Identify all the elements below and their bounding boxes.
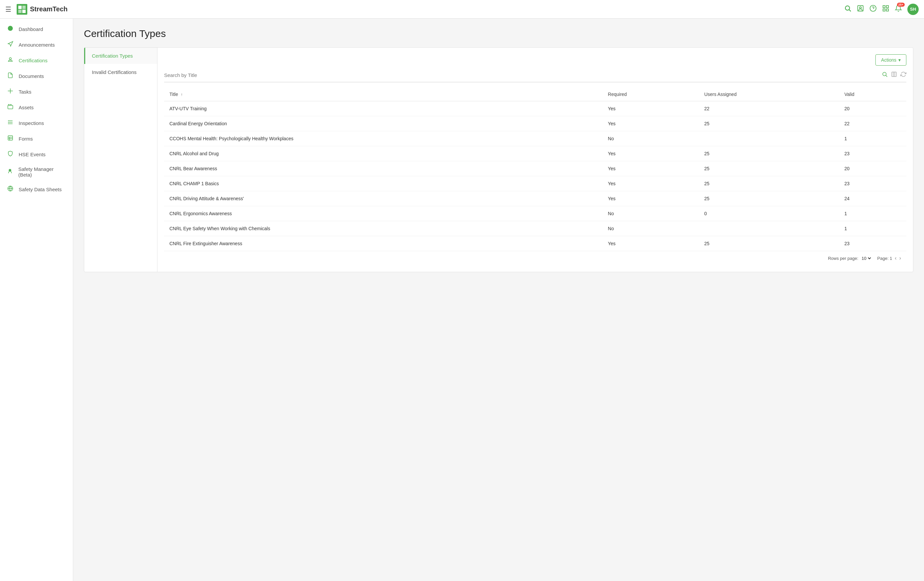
notifications-icon[interactable]: 25+ bbox=[895, 5, 902, 14]
cell-users-assigned: 25 bbox=[699, 146, 839, 161]
search-icon[interactable] bbox=[844, 5, 851, 14]
rows-per-page-label: Rows per page: bbox=[828, 256, 858, 261]
sub-nav-invalid-certifications-label: Invalid Certifications bbox=[92, 69, 137, 75]
search-refresh-icon[interactable] bbox=[900, 71, 906, 79]
cell-title: CNRL CHAMP 1 Basics bbox=[164, 176, 602, 191]
cell-valid: 23 bbox=[839, 176, 906, 191]
sidebar-label-dashboard: Dashboard bbox=[19, 26, 43, 32]
table-row[interactable]: CNRL Eye Safety When Working with Chemic… bbox=[164, 221, 906, 236]
hse-events-icon bbox=[7, 151, 14, 158]
cell-users-assigned: 25 bbox=[699, 161, 839, 176]
svg-point-30 bbox=[10, 170, 11, 170]
svg-rect-10 bbox=[883, 6, 885, 8]
cell-valid: 24 bbox=[839, 191, 906, 206]
sidebar-item-assets[interactable]: Assets bbox=[0, 99, 73, 115]
cell-valid: 1 bbox=[839, 221, 906, 236]
sidebar-item-documents[interactable]: Documents bbox=[0, 68, 73, 84]
certification-types-table: Title ↑ Required Users Assigned Valid bbox=[164, 88, 906, 251]
cell-valid: 23 bbox=[839, 146, 906, 161]
table-row[interactable]: Cardinal Energy Orientation Yes 25 22 bbox=[164, 116, 906, 131]
cell-users-assigned: 25 bbox=[699, 236, 839, 251]
inspections-icon bbox=[7, 119, 14, 127]
cell-required: Yes bbox=[602, 101, 699, 116]
table-row[interactable]: CCOHS Mental Health: Psychologically Hea… bbox=[164, 131, 906, 146]
cell-required: No bbox=[602, 206, 699, 221]
topnav-left: ☰ StreamTech bbox=[5, 4, 844, 15]
table-toolbar: Actions ▾ bbox=[164, 54, 906, 66]
forms-icon bbox=[7, 135, 14, 142]
svg-rect-11 bbox=[886, 6, 888, 8]
sidebar-item-hse-events[interactable]: HSE Events bbox=[0, 147, 73, 162]
sidebar-item-tasks[interactable]: Tasks bbox=[0, 84, 73, 99]
col-header-users-assigned[interactable]: Users Assigned bbox=[699, 88, 839, 101]
sidebar-item-certifications[interactable]: Certifications bbox=[0, 53, 73, 68]
table-row[interactable]: CNRL CHAMP 1 Basics Yes 25 23 bbox=[164, 176, 906, 191]
cell-title: CNRL Bear Awareness bbox=[164, 161, 602, 176]
table-row[interactable]: CNRL Bear Awareness Yes 25 20 bbox=[164, 161, 906, 176]
sidebar-item-dashboard[interactable]: Dashboard bbox=[0, 22, 73, 37]
table-row[interactable]: CNRL Ergonomics Awareness No 0 1 bbox=[164, 206, 906, 221]
rows-per-page-select[interactable]: 10 25 50 bbox=[860, 255, 872, 261]
profile-icon[interactable] bbox=[857, 5, 864, 14]
avatar[interactable]: SH bbox=[908, 4, 919, 15]
actions-button[interactable]: Actions ▾ bbox=[875, 54, 906, 66]
table-row[interactable]: CNRL Driving Attitude & Awareness' Yes 2… bbox=[164, 191, 906, 206]
col-header-required[interactable]: Required bbox=[602, 88, 699, 101]
search-icons bbox=[882, 71, 906, 79]
sidebar-item-inspections[interactable]: Inspections bbox=[0, 115, 73, 131]
sidebar-item-forms[interactable]: Forms bbox=[0, 131, 73, 147]
table-header: Title ↑ Required Users Assigned Valid bbox=[164, 88, 906, 101]
svg-rect-1 bbox=[22, 6, 26, 9]
cell-required: Yes bbox=[602, 176, 699, 191]
search-submit-icon[interactable] bbox=[882, 71, 888, 79]
sidebar-item-safety-data-sheets[interactable]: Safety Data Sheets bbox=[0, 182, 73, 197]
hamburger-menu-icon[interactable]: ☰ bbox=[5, 5, 11, 13]
table-row[interactable]: CNRL Alcohol and Drug Yes 25 23 bbox=[164, 146, 906, 161]
notification-badge: 25+ bbox=[897, 3, 905, 7]
sidebar-item-safety-manager[interactable]: Safety Manager (Beta) bbox=[0, 162, 73, 182]
grid-icon[interactable] bbox=[882, 5, 889, 14]
sub-nav-certification-types-label: Certification Types bbox=[92, 53, 133, 59]
svg-line-5 bbox=[849, 10, 851, 11]
svg-rect-0 bbox=[18, 6, 21, 9]
sidebar-item-announcements[interactable]: Announcements bbox=[0, 37, 73, 53]
svg-rect-13 bbox=[886, 9, 888, 11]
col-header-valid[interactable]: Valid bbox=[839, 88, 906, 101]
cell-title: CNRL Eye Safety When Working with Chemic… bbox=[164, 221, 602, 236]
sidebar-label-inspections: Inspections bbox=[19, 120, 44, 126]
table-row[interactable]: ATV-UTV Training Yes 22 20 bbox=[164, 101, 906, 116]
svg-rect-35 bbox=[892, 72, 896, 77]
table-row[interactable]: CNRL Fire Extinguisher Awareness Yes 25 … bbox=[164, 236, 906, 251]
sidebar-label-assets: Assets bbox=[19, 104, 34, 110]
cell-title: CCOHS Mental Health: Psychologically Hea… bbox=[164, 131, 602, 146]
content-card: Certification Types Invalid Certificatio… bbox=[84, 47, 913, 272]
svg-point-15 bbox=[9, 58, 11, 60]
sub-nav-certification-types[interactable]: Certification Types bbox=[84, 48, 157, 64]
svg-point-7 bbox=[860, 7, 861, 9]
cell-title: CNRL Alcohol and Drug bbox=[164, 146, 602, 161]
cell-users-assigned: 25 bbox=[699, 116, 839, 131]
safety-manager-icon bbox=[7, 168, 14, 176]
sub-navigation: Certification Types Invalid Certificatio… bbox=[84, 48, 157, 272]
documents-icon bbox=[7, 72, 14, 80]
search-columns-icon[interactable] bbox=[891, 71, 897, 79]
help-icon[interactable] bbox=[870, 5, 877, 14]
cell-required: Yes bbox=[602, 116, 699, 131]
svg-rect-12 bbox=[883, 9, 885, 11]
cell-required: No bbox=[602, 221, 699, 236]
cell-required: Yes bbox=[602, 161, 699, 176]
cell-title: CNRL Fire Extinguisher Awareness bbox=[164, 236, 602, 251]
col-header-title[interactable]: Title ↑ bbox=[164, 88, 602, 101]
sub-nav-invalid-certifications[interactable]: Invalid Certifications bbox=[84, 64, 157, 80]
next-page-button[interactable]: › bbox=[899, 255, 901, 261]
logo[interactable]: StreamTech bbox=[16, 4, 68, 15]
cell-required: No bbox=[602, 131, 699, 146]
sidebar-label-hse-events: HSE Events bbox=[19, 152, 46, 157]
search-input[interactable] bbox=[164, 71, 882, 79]
svg-rect-3 bbox=[22, 10, 26, 13]
prev-page-button[interactable]: ‹ bbox=[895, 255, 896, 261]
top-navigation: ☰ StreamTech bbox=[0, 0, 924, 19]
svg-point-4 bbox=[845, 6, 850, 10]
logo-box bbox=[16, 4, 27, 15]
actions-chevron-icon: ▾ bbox=[898, 57, 901, 63]
